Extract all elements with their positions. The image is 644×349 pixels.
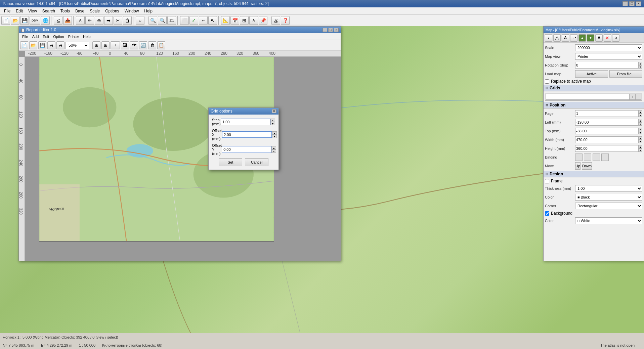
- dialog-overlay: Grid options ✕ Step (mm) ▲ ▼ Offset X (m…: [0, 0, 644, 349]
- step-input[interactable]: [221, 119, 270, 125]
- step-input-wrap: ▲ ▼: [221, 119, 275, 125]
- grid-options-dialog: Grid options ✕ Step (mm) ▲ ▼ Offset X (m…: [208, 107, 279, 170]
- step-label: Step (mm): [212, 118, 221, 126]
- offset-x-down-btn[interactable]: ▼: [272, 135, 277, 138]
- offset-x-label: Offset X (mm): [212, 129, 222, 141]
- step-up-btn[interactable]: ▲: [270, 119, 275, 122]
- offset-y-label: Offset Y (mm): [212, 143, 222, 156]
- offset-x-up-btn[interactable]: ▲: [272, 131, 277, 135]
- step-down-btn[interactable]: ▼: [270, 122, 275, 125]
- offset-y-input[interactable]: [222, 146, 271, 153]
- dialog-content: Step (mm) ▲ ▼ Offset X (mm) ▲ ▼: [209, 115, 278, 170]
- offset-x-row: Offset X (mm) ▲ ▼: [212, 129, 275, 141]
- offset-y-down-btn[interactable]: ▼: [271, 149, 276, 153]
- dialog-titlebar: Grid options ✕: [209, 108, 278, 115]
- cancel-button[interactable]: Cancel: [245, 158, 268, 166]
- step-row: Step (mm) ▲ ▼: [212, 118, 275, 126]
- offset-y-spinners: ▲ ▼: [271, 146, 276, 153]
- dialog-title: Grid options: [211, 109, 272, 114]
- dialog-close-button[interactable]: ✕: [272, 109, 276, 113]
- offset-x-spinners: ▲ ▼: [272, 131, 277, 138]
- set-button[interactable]: Set: [219, 158, 242, 166]
- offset-y-input-wrap: ▲ ▼: [222, 146, 276, 153]
- offset-y-row: Offset Y (mm) ▲ ▼: [212, 143, 275, 156]
- dialog-buttons: Set Cancel: [212, 158, 275, 166]
- offset-x-input[interactable]: [222, 131, 272, 138]
- offset-y-up-btn[interactable]: ▲: [271, 146, 276, 149]
- offset-x-input-wrap: ▲ ▼: [222, 131, 277, 138]
- step-spinners: ▲ ▼: [270, 119, 275, 125]
